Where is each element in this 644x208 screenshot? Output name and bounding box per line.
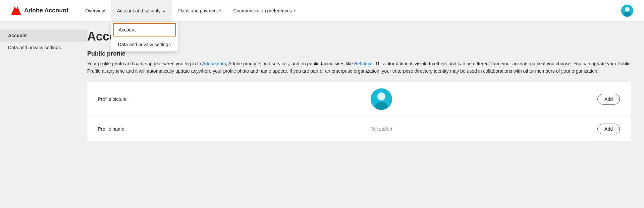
desc-text-1: Your profile photo and name appear when … xyxy=(87,61,202,66)
profile-name-add-button[interactable]: Add xyxy=(597,124,620,134)
svg-point-7 xyxy=(377,92,385,100)
svg-point-3 xyxy=(624,11,631,17)
avatar-icon xyxy=(621,5,633,17)
sidebar: Account Data and privacy settings xyxy=(0,21,87,208)
chevron-down-icon-comm: ▾ xyxy=(294,9,296,12)
nav-item-plans[interactable]: Plans and payment ▾ xyxy=(172,0,227,21)
profile-name-not-added: Not added xyxy=(370,126,392,132)
sidebar-item-account-label: Account xyxy=(8,33,27,38)
chevron-up-icon: ▲ xyxy=(162,9,166,12)
adobe-com-link[interactable]: Adobe.com xyxy=(202,61,226,66)
main-wrapper: Account Data and privacy settings Accoun… xyxy=(0,21,644,208)
top-navigation: Adobe Account Overview Account and secur… xyxy=(0,0,644,21)
profile-picture-value xyxy=(165,88,597,110)
profile-picture-row: Profile picture Add xyxy=(87,82,631,117)
dropdown-item-data-privacy-label: Data and privacy settings xyxy=(118,42,171,47)
profile-picture-avatar xyxy=(371,88,392,110)
nav-item-overview-label: Overview xyxy=(85,8,105,13)
desc-text-2: , Adobe products and services, and on pu… xyxy=(226,61,354,66)
nav-item-communication-label: Communication preferences xyxy=(233,8,292,13)
brand-name: Adobe Account xyxy=(24,7,68,14)
dropdown-item-data-privacy[interactable]: Data and privacy settings xyxy=(111,38,178,51)
nav-logo[interactable]: Adobe Account xyxy=(11,6,68,15)
nav-item-communication[interactable]: Communication preferences ▾ xyxy=(227,0,301,21)
svg-point-4 xyxy=(625,7,630,12)
nav-item-overview[interactable]: Overview xyxy=(79,0,111,21)
nav-item-account-security-label: Account and security xyxy=(117,8,161,13)
nav-item-account-security[interactable]: Account and security ▲ Account Data and … xyxy=(111,0,172,21)
dropdown-item-account[interactable]: Account xyxy=(113,23,176,37)
sidebar-item-account[interactable]: Account xyxy=(0,29,87,42)
account-security-dropdown: Account Data and privacy settings xyxy=(111,21,178,52)
public-profile-desc: Your profile photo and name appear when … xyxy=(87,60,631,75)
sidebar-item-data-privacy-label: Data and privacy settings xyxy=(8,45,61,50)
nav-item-plans-label: Plans and payment xyxy=(178,8,218,13)
profile-name-row: Profile name Not added Add xyxy=(87,117,631,141)
profile-picture-label: Profile picture xyxy=(98,96,165,102)
profile-card: Profile picture Add Pro xyxy=(87,82,631,141)
dropdown-item-account-label: Account xyxy=(119,27,136,32)
chevron-down-icon-plans: ▾ xyxy=(219,9,221,12)
nav-items: Overview Account and security ▲ Account … xyxy=(79,0,621,21)
sidebar-item-data-privacy[interactable]: Data and privacy settings xyxy=(0,42,87,54)
profile-name-label: Profile name xyxy=(98,126,165,132)
profile-name-value: Not added xyxy=(165,126,597,132)
user-avatar[interactable] xyxy=(621,5,633,17)
profile-picture-add-button[interactable]: Add xyxy=(597,94,620,105)
avatar-picture-icon xyxy=(371,88,392,110)
adobe-icon xyxy=(11,6,21,15)
behance-link[interactable]: Behance xyxy=(354,61,373,66)
